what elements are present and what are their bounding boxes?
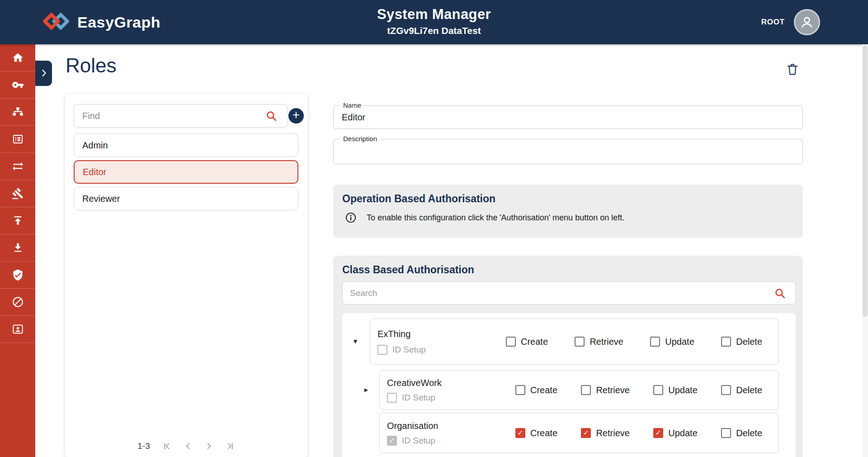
- easygraph-logo: [43, 11, 69, 33]
- id-badge-icon: [12, 323, 24, 335]
- id-setup-checkbox[interactable]: [387, 436, 397, 446]
- perm-label: Retrieve: [590, 337, 623, 347]
- sidebar-item-accounts[interactable]: [0, 316, 35, 343]
- plus-icon: +: [292, 109, 300, 121]
- role-item-label: Editor: [83, 167, 106, 177]
- update-checkbox[interactable]: [653, 385, 663, 395]
- perm-label: Retrieve: [596, 428, 629, 438]
- description-field: Description: [333, 139, 803, 164]
- class-authorisation-section: Class Based Authorisation ▾ ▸ ExThing ID…: [333, 256, 803, 457]
- delete-role-button[interactable]: [786, 62, 801, 78]
- role-list-item[interactable]: Editor: [74, 160, 298, 184]
- perm-label: Update: [668, 428, 698, 438]
- name-field-label: Name: [340, 101, 364, 109]
- sidebar-expand-tab[interactable]: [35, 61, 52, 86]
- shield-check-icon: [12, 269, 24, 281]
- create-checkbox[interactable]: [515, 428, 525, 438]
- class-row-organisation: Organisation ID Setup Create Retrieve Up…: [379, 413, 779, 453]
- update-checkbox[interactable]: [653, 428, 663, 438]
- form-list-icon: [12, 133, 24, 145]
- operation-authorisation-section: Operation Based Authorisation To enable …: [333, 185, 803, 238]
- perm-label: Delete: [736, 428, 762, 438]
- transfer-arrows-icon: [12, 160, 24, 172]
- pagination: 1-3: [65, 441, 307, 452]
- role-list-item[interactable]: Reviewer: [74, 187, 298, 210]
- chevron-right-icon: [39, 68, 48, 79]
- sidebar-item-upload[interactable]: [0, 207, 35, 234]
- perm-label: Update: [665, 337, 694, 347]
- role-item-label: Reviewer: [82, 194, 120, 204]
- gavel-icon: [12, 187, 24, 200]
- role-item-label: Admin: [82, 140, 108, 151]
- app-title: System Manager: [377, 6, 491, 23]
- retrieve-checkbox[interactable]: [581, 385, 591, 395]
- perm-label: Update: [668, 385, 698, 395]
- caret-collapsed-icon[interactable]: ▸: [362, 385, 371, 395]
- description-input[interactable]: [334, 139, 802, 164]
- sidebar-item-roles[interactable]: [0, 71, 35, 99]
- operation-section-title: Operation Based Authorisation: [342, 193, 495, 205]
- sidebar-item-rules[interactable]: [0, 180, 35, 207]
- scrollbar-thumb[interactable]: [863, 45, 868, 317]
- info-icon: [345, 212, 357, 224]
- brand: EasyGraph: [43, 0, 160, 44]
- sidebar-item-transfer[interactable]: [0, 153, 35, 180]
- class-tree: ▾ ▸ ExThing ID Setup Create Retrieve Upd…: [342, 313, 796, 457]
- sidebar-item-download[interactable]: [0, 234, 35, 262]
- delete-checkbox[interactable]: [721, 428, 731, 438]
- perm-label: Delete: [736, 337, 762, 347]
- brand-name: EasyGraph: [77, 14, 160, 31]
- header-titles: System Manager tZGv9Li7en DataTest: [377, 6, 491, 36]
- id-setup-checkbox[interactable]: [387, 393, 397, 403]
- class-name: ExThing: [377, 329, 426, 339]
- last-page-icon[interactable]: [224, 441, 235, 452]
- class-row-exthing: ExThing ID Setup Create Retrieve Update …: [370, 319, 779, 365]
- first-page-icon[interactable]: [162, 441, 173, 452]
- update-checkbox[interactable]: [650, 337, 660, 347]
- role-list-item[interactable]: Admin: [74, 133, 298, 157]
- sidebar-nav: [0, 44, 35, 457]
- sidebar-item-block[interactable]: [0, 289, 35, 316]
- add-role-button[interactable]: +: [288, 108, 304, 124]
- class-search-input[interactable]: [342, 281, 796, 305]
- block-icon: [12, 296, 24, 308]
- class-name: CreativeWork: [387, 378, 442, 388]
- retrieve-checkbox[interactable]: [575, 337, 585, 347]
- page-title: Roles: [66, 54, 117, 77]
- user-label: ROOT: [761, 18, 785, 27]
- download-icon: [12, 242, 24, 254]
- find-input[interactable]: [74, 104, 288, 128]
- operation-info-text: To enable this configuration click the '…: [367, 213, 624, 223]
- id-setup-checkbox[interactable]: [377, 345, 387, 355]
- scrollbar[interactable]: [862, 44, 868, 457]
- caret-expand-icon[interactable]: ▾: [351, 337, 360, 346]
- prev-page-icon[interactable]: [183, 441, 193, 452]
- perm-label: Create: [530, 428, 557, 438]
- app-header: EasyGraph System Manager tZGv9Li7en Data…: [0, 0, 868, 44]
- create-checkbox[interactable]: [506, 337, 516, 347]
- main-content: Roles + Admin Editor Reviewer: [35, 44, 868, 457]
- id-setup-label: ID Setup: [402, 436, 435, 446]
- delete-checkbox[interactable]: [721, 337, 731, 347]
- home-icon: [12, 52, 24, 64]
- trash-icon: [786, 62, 799, 76]
- search-icon[interactable]: [265, 110, 277, 122]
- id-setup-label: ID Setup: [402, 393, 435, 403]
- retrieve-checkbox[interactable]: [581, 428, 591, 438]
- page-range-label: 1-3: [137, 441, 150, 451]
- class-name: Organisation: [387, 421, 438, 431]
- sidebar-item-home[interactable]: [0, 44, 35, 71]
- search-icon[interactable]: [774, 287, 786, 299]
- class-row-creativework: CreativeWork ID Setup Create Retrieve Up…: [379, 370, 779, 410]
- name-input[interactable]: [334, 106, 802, 129]
- delete-checkbox[interactable]: [721, 385, 731, 395]
- user-avatar-icon[interactable]: [794, 9, 820, 35]
- next-page-icon[interactable]: [203, 441, 214, 452]
- create-checkbox[interactable]: [515, 385, 525, 395]
- perm-label: Retrieve: [596, 385, 629, 395]
- perm-label: Create: [521, 337, 548, 347]
- sidebar-item-hierarchy[interactable]: [0, 99, 35, 126]
- sidebar-item-security[interactable]: [0, 262, 35, 289]
- class-section-title: Class Based Authorisation: [342, 264, 474, 276]
- sidebar-item-forms[interactable]: [0, 126, 35, 153]
